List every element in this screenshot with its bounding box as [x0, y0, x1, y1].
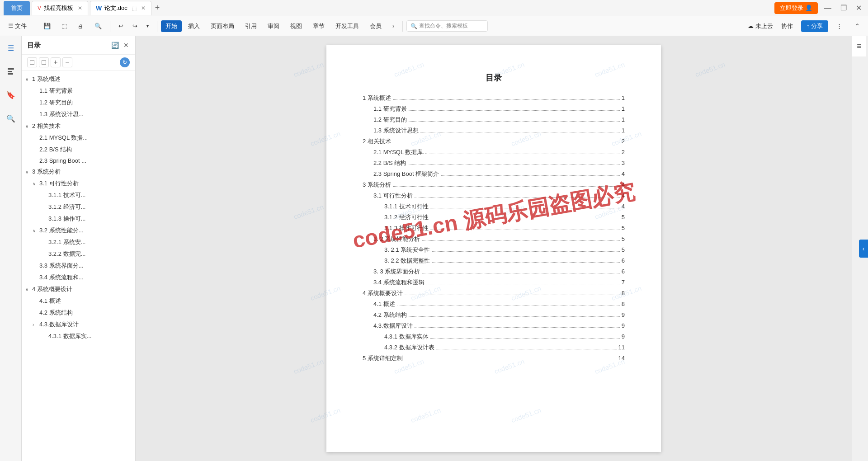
tab-home[interactable]: 首页 — [4, 1, 30, 15]
share-label: 分享 — [811, 23, 823, 29]
toc-item[interactable]: ›4.3.数据库设计 — [22, 319, 135, 330]
document-page: code51.cncode51.cncode51.cncode51.cncode… — [326, 45, 661, 452]
toc-item[interactable]: 4.3.1 数据库实... — [22, 330, 135, 342]
toc-item[interactable]: 3.1.3 操作可... — [22, 213, 135, 225]
toolbar-sep-2 — [110, 21, 110, 32]
collapse-toolbar-button[interactable]: ⌃ — [850, 21, 864, 31]
toc-item[interactable]: ∨3.2 系统性能分... — [22, 225, 135, 236]
print-preview-button[interactable]: ⬚ — [57, 21, 71, 31]
toc-item[interactable]: 4.1 概述 — [22, 295, 135, 307]
toc-item[interactable]: ∨1 系统概述 — [22, 73, 135, 85]
minimize-button[interactable]: — — [821, 4, 834, 12]
toc-item[interactable]: ∨2 相关技术 — [22, 120, 135, 132]
ctrl-expand-all-button[interactable]: □ — [39, 57, 49, 67]
search-box[interactable]: 🔍 查找命令、搜索模板 — [406, 20, 488, 32]
toc-item-label: 1.2 研究目的 — [39, 99, 73, 107]
watermark-text: code51.cn — [309, 406, 341, 424]
review-tab-button[interactable]: 审阅 — [263, 20, 284, 32]
undo-button[interactable]: ↩ — [114, 21, 128, 31]
tab-template-label: 找程亮模板 — [44, 4, 73, 12]
view-tab-button[interactable]: 视图 — [286, 20, 307, 32]
toc-item[interactable]: ∨3.1 可行性分析 — [22, 178, 135, 189]
start-tab-button[interactable]: 开始 — [161, 20, 182, 32]
tab-doc-restore[interactable]: ⬚ — [132, 5, 137, 11]
toc-item[interactable]: ∨4 系统概要设计 — [22, 283, 135, 295]
toc-line-dots — [409, 110, 620, 111]
template-icon: V — [38, 5, 41, 11]
more-tab-button[interactable]: › — [388, 21, 399, 31]
tab-add-button[interactable]: + — [155, 3, 160, 13]
menu-file-button[interactable]: ☰ 文件 — [4, 20, 31, 32]
ctrl-add-button[interactable]: + — [51, 57, 61, 67]
toc-item[interactable]: 3.4 系统流程和... — [22, 272, 135, 283]
toc-item-label: 4.2 系统结构 — [39, 309, 73, 317]
toc-line-page: 4 — [622, 203, 625, 210]
tab-template-close[interactable]: ✕ — [78, 5, 82, 11]
devtools-tab-button[interactable]: 开发工具 — [331, 20, 363, 32]
toc-item[interactable]: 2.1 MYSQL 数据... — [22, 132, 135, 144]
toc-item[interactable]: ∨3 系统分析 — [22, 166, 135, 178]
iconbar-menu-button[interactable]: ☰ — [3, 40, 19, 56]
layout-tab-button[interactable]: 页面布局 — [206, 20, 239, 32]
print-button[interactable]: 🖨 — [73, 21, 88, 31]
cite-tab-button[interactable]: 引用 — [241, 20, 261, 32]
toc-line-text: 1.3 系统设计思想 — [373, 127, 419, 135]
icon-bar: ☰ 🔖 🔍 — [0, 36, 22, 461]
more-options-button[interactable]: ⋮ — [832, 21, 847, 31]
insert-tab-button[interactable]: 插入 — [184, 20, 204, 32]
redo-button[interactable]: ↪ — [128, 21, 142, 31]
close-button[interactable]: ✕ — [853, 4, 864, 12]
toc-item[interactable]: 1.1 研究背景 — [22, 85, 135, 97]
cloud-status-label[interactable]: ☁ 未上云 — [748, 22, 773, 30]
iconbar-bookmark-button[interactable]: 🔖 — [3, 87, 19, 103]
save-button[interactable]: 💾 — [39, 21, 55, 31]
toc-line-text: 3.1.3 操作可行性 — [384, 224, 429, 232]
ctrl-remove-button[interactable]: − — [62, 57, 72, 67]
toc-line-dots — [415, 327, 620, 328]
sidebar-close-button[interactable]: ✕ — [123, 41, 130, 50]
toc-doc-line: 3.1 可行性分析4 — [363, 192, 625, 200]
tab-doc-close[interactable]: ✕ — [141, 5, 146, 11]
toc-item[interactable]: 1.2 研究目的 — [22, 97, 135, 108]
toc-item[interactable]: 1.3 系统设计思... — [22, 108, 135, 120]
toc-doc-line: 1.2 研究目的1 — [363, 116, 625, 124]
undo-redo-group: ↩ ↪ ▾ — [114, 21, 153, 31]
right-sidebar-filter-button[interactable]: ≡ — [855, 40, 863, 53]
iconbar-search-button[interactable]: 🔍 — [3, 110, 19, 127]
toc-doc-line: 4 系统概要设计8 — [363, 289, 625, 297]
toc-item[interactable]: 3.2.2 数据完... — [22, 248, 135, 260]
toc-doc-line: 3. 2.2 数据完整性6 — [363, 257, 625, 265]
chapter-tab-button[interactable]: 章节 — [308, 20, 329, 32]
toc-item[interactable]: 4.2 系统结构 — [22, 307, 135, 319]
toc-doc-line: 3.1.3 操作可行性5 — [363, 224, 625, 232]
member-tab-button[interactable]: 会员 — [365, 20, 386, 32]
toc-item[interactable]: 3.3 系统界面分... — [22, 260, 135, 272]
toc-item[interactable]: 3.1.1 技术可... — [22, 189, 135, 201]
toc-item-label: 4 系统概要设计 — [32, 285, 72, 293]
toc-line-dots — [415, 197, 620, 198]
login-button[interactable]: 立即登录 👤 — [774, 2, 818, 14]
toc-item-label: 4.1 概述 — [39, 297, 61, 305]
collab-button[interactable]: 协作 — [777, 20, 797, 32]
save-icon: 💾 — [43, 23, 51, 29]
right-expand-button[interactable]: ‹ — [859, 240, 868, 258]
iconbar-nav-button[interactable] — [3, 63, 19, 80]
toc-item[interactable]: 3.1.2 经济可... — [22, 201, 135, 213]
undo-redo-more-button[interactable]: ▾ — [142, 22, 153, 30]
zoom-button[interactable]: 🔍 — [90, 21, 106, 31]
toc-item[interactable]: 2.2 B/S 结构 — [22, 144, 135, 155]
toc-item[interactable]: 2.3 Spring Boot ... — [22, 155, 135, 166]
toc-doc-line: 2.1 MYSQL 数据库...2 — [363, 148, 625, 156]
toc-line-text: 4.3.1 数据库实体 — [384, 333, 429, 341]
toc-item-label: 4.3.数据库设计 — [39, 320, 79, 329]
toc-doc-line: 3.4 系统流程和逻辑7 — [363, 278, 625, 287]
tab-template[interactable]: V 找程亮模板 ✕ — [32, 1, 88, 15]
toc-doc-line: 4.2 系统结构9 — [363, 311, 625, 319]
toc-item[interactable]: 3.2.1 系统安... — [22, 236, 135, 248]
toc-doc-line: 2 相关技术2 — [363, 137, 625, 146]
restore-button[interactable]: ❐ — [838, 4, 849, 12]
ctrl-collapse-all-button[interactable]: □ — [27, 57, 37, 67]
share-button[interactable]: ↑ 分享 — [801, 20, 828, 32]
tab-doc[interactable]: W 论文.doc ⬚ ✕ — [90, 1, 151, 15]
toc-item-label: 3.2 系统性能分... — [39, 226, 84, 235]
